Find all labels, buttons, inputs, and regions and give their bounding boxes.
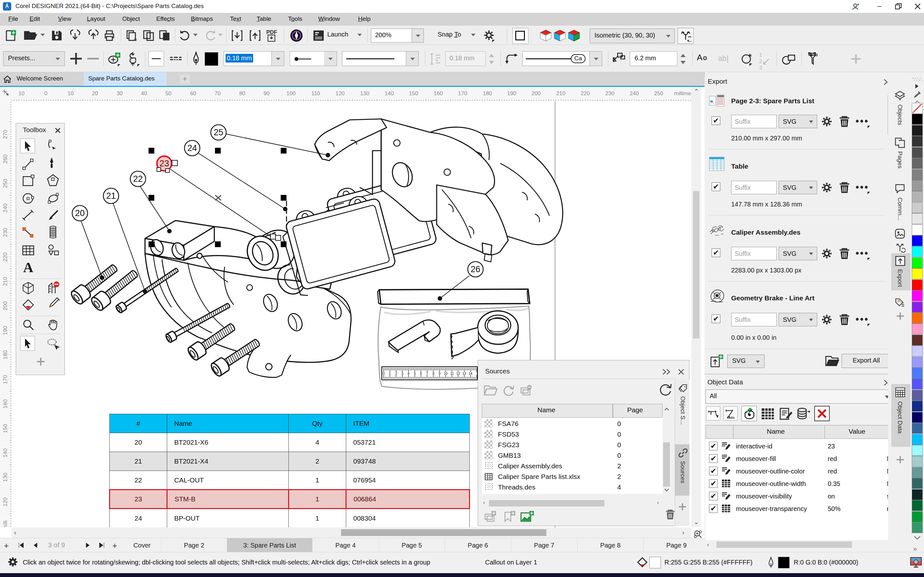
svg-text:0: 0 [44, 90, 47, 97]
svg-text:22: 22 [133, 174, 143, 184]
svg-text:200: 200 [531, 90, 541, 97]
svg-text:10: 10 [444, 372, 447, 376]
svg-text:180: 180 [483, 90, 492, 97]
svg-text:60: 60 [190, 90, 196, 97]
svg-text:8: 8 [433, 372, 435, 376]
svg-text:130: 130 [360, 90, 369, 97]
svg-text:180: 180 [2, 350, 8, 359]
svg-text:100: 100 [286, 90, 296, 97]
svg-text:9: 9 [439, 372, 441, 376]
svg-text:240: 240 [630, 90, 639, 97]
svg-text:150: 150 [2, 424, 8, 433]
svg-text:7: 7 [426, 372, 428, 376]
svg-text:230: 230 [606, 90, 614, 97]
svg-text:210: 210 [2, 277, 8, 286]
svg-text:220: 220 [2, 253, 8, 261]
svg-text:20: 20 [75, 208, 85, 218]
svg-text:4: 4 [407, 372, 409, 376]
svg-text:23: 23 [160, 159, 169, 168]
svg-text:40: 40 [141, 90, 147, 97]
svg-text:24: 24 [187, 143, 197, 153]
svg-text:11: 11 [450, 372, 454, 376]
svg-text:190: 190 [2, 326, 8, 335]
svg-text:110: 110 [311, 90, 320, 97]
svg-text:140: 140 [2, 448, 8, 458]
svg-text:21: 21 [106, 191, 116, 201]
svg-text:160: 160 [434, 90, 443, 97]
svg-text:250: 250 [654, 90, 663, 97]
svg-text:1: 1 [389, 372, 391, 376]
svg-text:260: 260 [2, 155, 8, 163]
svg-text:170: 170 [458, 90, 467, 97]
svg-text:25: 25 [214, 127, 223, 137]
svg-text:0: 0 [383, 372, 384, 376]
svg-text:5: 5 [414, 372, 416, 376]
svg-text:20: 20 [92, 90, 98, 97]
svg-text:270: 270 [2, 130, 8, 139]
svg-text:170: 170 [2, 375, 8, 384]
svg-text:230: 230 [2, 228, 8, 237]
svg-text:milli: milli [2, 520, 8, 527]
svg-text:50: 50 [166, 90, 172, 97]
svg-text:150: 150 [409, 90, 418, 97]
svg-text:12: 12 [456, 372, 460, 376]
svg-text:70: 70 [215, 90, 221, 97]
svg-text:250: 250 [2, 179, 8, 188]
svg-text:30: 30 [117, 90, 123, 97]
svg-text:120: 120 [336, 90, 344, 97]
svg-text:200: 200 [2, 301, 8, 310]
svg-text:220: 220 [581, 90, 590, 97]
svg-text:130: 130 [2, 473, 8, 482]
svg-text:14: 14 [468, 372, 472, 376]
svg-text:120: 120 [2, 498, 8, 506]
svg-text:10: 10 [19, 90, 25, 97]
svg-text:13: 13 [462, 372, 466, 376]
svg-text:10: 10 [68, 90, 74, 97]
svg-text:2: 2 [395, 372, 397, 376]
svg-text:90: 90 [264, 90, 270, 97]
svg-text:210: 210 [556, 90, 565, 97]
svg-text:millimeters: millimeters [674, 90, 691, 97]
svg-text:140: 140 [384, 90, 394, 97]
svg-text:160: 160 [2, 400, 8, 408]
svg-text:190: 190 [507, 90, 516, 97]
svg-text:80: 80 [239, 90, 246, 97]
svg-text:240: 240 [2, 203, 8, 213]
svg-text:3: 3 [401, 372, 403, 376]
svg-text:6: 6 [420, 372, 422, 376]
svg-text:26: 26 [471, 264, 480, 274]
